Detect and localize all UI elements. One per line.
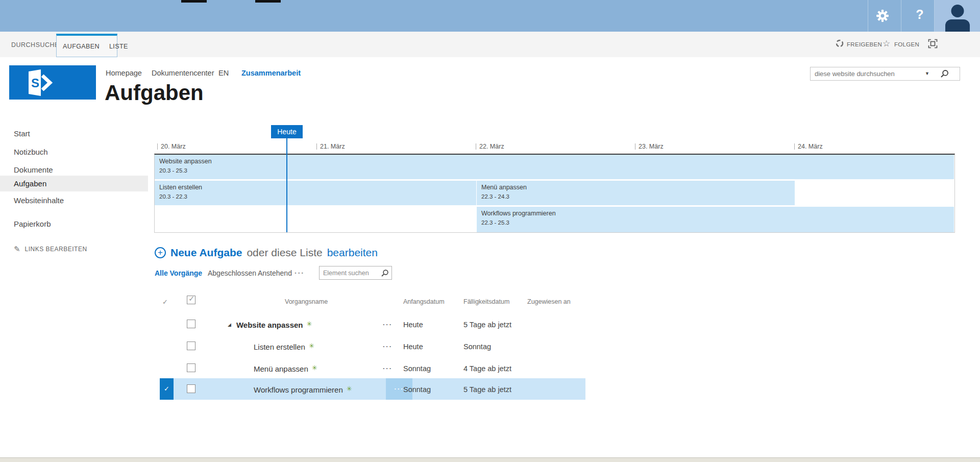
follow-button[interactable]: FOLGEN (894, 41, 919, 47)
nav-dokumentencenter[interactable]: Dokumentencenter (152, 69, 214, 77)
view-tab-abgeschlossen[interactable]: Abgeschlossen (208, 269, 256, 277)
timeline-bar-range: 20.3 - 22.3 (159, 193, 476, 200)
start-date-value: Heute (403, 343, 423, 351)
nav-homepage[interactable]: Homepage (106, 69, 142, 77)
divider (901, 0, 901, 32)
due-date-value: 5 Tage ab jetzt (463, 385, 511, 394)
due-date-value: Sonntag (463, 343, 491, 351)
site-search-box: ▼ (810, 67, 960, 81)
tick-mark (316, 143, 317, 150)
row-ellipsis-menu[interactable]: ··· (383, 343, 393, 350)
nav-en[interactable]: EN (218, 69, 229, 77)
row-selected-indicator[interactable]: ✓ (160, 378, 174, 400)
row-ellipsis-menu[interactable]: ··· (383, 321, 393, 328)
timeline-date: 20. März (157, 143, 186, 150)
page-title: Aufgaben (105, 81, 204, 105)
timeline-bar-range: 22.3 - 24.3 (481, 193, 795, 200)
plus-icon[interactable]: + (155, 247, 166, 258)
find-search-icon[interactable] (381, 269, 389, 277)
select-all-checkbox[interactable]: ✓ (187, 296, 195, 304)
search-scope-dropdown-icon[interactable]: ▼ (925, 71, 929, 76)
share-icon (836, 39, 844, 47)
tab-list[interactable]: LISTE (109, 43, 128, 50)
help-button[interactable]: ? (910, 7, 930, 22)
timeline-bar-website-anpassen[interactable]: Website anpassen 20.3 - 25.3 (155, 155, 954, 179)
list-toolbar: + Neue Aufgabe oder diese Liste bearbeit… (155, 247, 378, 259)
row-selection-highlight (174, 378, 585, 400)
settings-button[interactable] (870, 0, 901, 32)
user-avatar[interactable] (935, 0, 980, 32)
timeline-bar-menue-anpassen[interactable]: Menü anpassen 22.3 - 24.3 (477, 181, 795, 205)
timeline-bar-workflows-programmieren[interactable]: Workflows programmieren 22.3 - 25.3 (477, 207, 954, 232)
share-button[interactable]: FREIGEBEN (847, 41, 882, 47)
new-item-icon: ✳ (309, 342, 314, 350)
site-search-input[interactable] (815, 69, 922, 79)
checkmark-icon: ✓ (188, 294, 195, 303)
column-header-zugewiesen-an[interactable]: Zugewiesen an (527, 298, 571, 305)
timeline-bar-name: Workflows programmieren (481, 210, 954, 217)
column-header-anfangsdatum[interactable]: Anfangsdatum (403, 298, 445, 305)
sidebar-item-dokumente[interactable]: Dokumente (0, 165, 148, 175)
view-tab-anstehend[interactable]: Anstehend (258, 269, 292, 277)
sidebar-item-websiteinhalte[interactable]: Websiteinhalte (0, 196, 148, 206)
edit-list-link[interactable]: bearbeiten (327, 247, 378, 259)
timeline-bar-listen-erstellen[interactable]: Listen erstellen 20.3 - 22.3 (155, 181, 476, 205)
ribbon-bar: DURCHSUCHEN AUFGABEN LISTE FREIGEBEN ☆ F… (0, 32, 980, 57)
row-ellipsis-menu[interactable]: ··· (383, 364, 393, 372)
due-date-value: 4 Tage ab jetzt (463, 364, 511, 373)
sharepoint-logo-icon: S (21, 68, 54, 97)
task-name-link[interactable]: Menü anpassen (254, 364, 308, 373)
table-header: ✓ ✓ Vorgangsname Anfangsdatum Fälligkeit… (0, 294, 980, 309)
header-check-icon: ✓ (162, 298, 168, 306)
column-header-vorgangsname[interactable]: Vorgangsname (285, 298, 328, 305)
find-item-input[interactable] (323, 268, 378, 278)
column-header-faelligkeitsdatum[interactable]: Fälligkeitsdatum (463, 298, 509, 305)
task-name-link[interactable]: Listen erstellen (254, 343, 305, 351)
page: ? DURCHSUCHEN AUFGABEN LISTE FREIGEBEN ☆… (0, 0, 980, 462)
tick-mark (635, 143, 635, 150)
timeline-date-label: 22. März (479, 143, 504, 150)
timeline: Website anpassen 20.3 - 25.3 Listen erst… (154, 154, 955, 233)
row-checkbox[interactable] (187, 384, 195, 393)
divider (868, 0, 868, 32)
timeline-bar-name: Listen erstellen (159, 184, 476, 191)
star-icon: ☆ (883, 38, 890, 49)
collapse-group-icon[interactable]: ◢ (228, 322, 231, 327)
edit-links-label: LINKS BEARBEITEN (25, 246, 87, 253)
view-tab-alle-vorgaenge[interactable]: Alle Vorgänge (155, 269, 202, 277)
view-more-menu[interactable]: ··· (295, 269, 305, 277)
timeline-date: 23. März (635, 143, 664, 150)
search-icon[interactable] (940, 69, 949, 78)
row-checkbox[interactable] (187, 363, 195, 372)
task-name-link[interactable]: Workflows programmieren (254, 385, 343, 394)
sidebar-item-start[interactable]: Start (0, 129, 148, 139)
due-date-value: 5 Tage ab jetzt (463, 321, 511, 329)
sidebar-item-notizbuch[interactable]: Notizbuch (0, 147, 148, 157)
suite-bar: ? (0, 0, 980, 32)
timeline-date-label: 20. März (161, 143, 186, 150)
start-date-value: Sonntag (403, 364, 431, 373)
row-checkbox[interactable] (187, 342, 195, 350)
window-edge (0, 457, 980, 462)
timeline-date-label: 21. März (320, 143, 345, 150)
new-item-icon: ✳ (307, 320, 312, 328)
start-date-value: Sonntag (403, 385, 431, 394)
timeline-bar-name: Website anpassen (159, 158, 954, 165)
timeline-date-label: 23. März (639, 143, 664, 150)
row-checkbox[interactable] (187, 320, 195, 328)
sharepoint-logo[interactable]: S (9, 65, 96, 100)
sidebar-item-papierkorb[interactable]: Papierkorb (0, 219, 148, 229)
toolbar-static-text: oder diese Liste (247, 247, 322, 259)
tab-tasks[interactable]: AUFGABEN (63, 43, 100, 50)
focus-mode-icon[interactable] (928, 39, 938, 48)
find-item-box (319, 266, 392, 280)
edit-links-button[interactable]: ✎ LINKS BEARBEITEN (14, 245, 87, 254)
active-tab-group: AUFGABEN LISTE (56, 34, 117, 57)
task-name-link[interactable]: Website anpassen (236, 321, 303, 329)
sidebar-item-aufgaben[interactable]: Aufgaben (0, 176, 148, 191)
timeline-today-badge: Heute (271, 125, 303, 138)
new-task-link[interactable]: Neue Aufgabe (170, 247, 242, 259)
nav-zusammenarbeit[interactable]: Zusammenarbeit (241, 69, 301, 77)
timeline-date: 22. März (476, 143, 504, 150)
tick-mark (157, 143, 158, 150)
